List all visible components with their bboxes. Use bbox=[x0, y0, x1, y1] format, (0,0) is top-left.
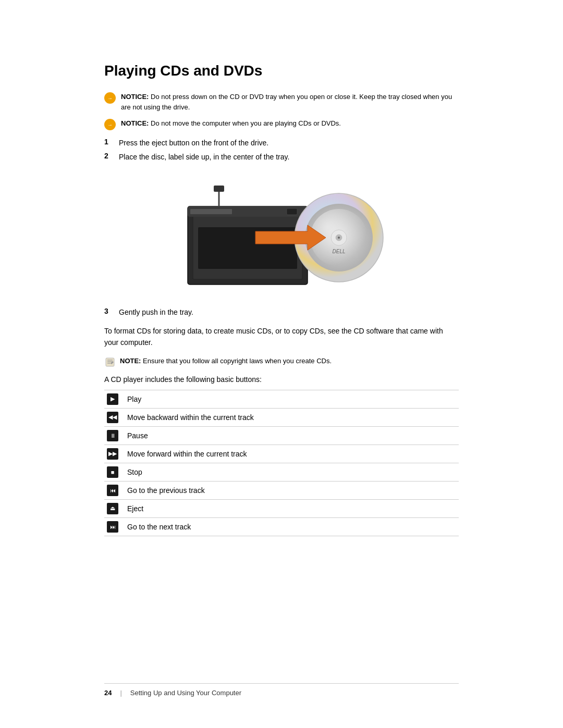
step-3-text: Gently push in the tray. bbox=[119, 307, 193, 318]
button-icon-cell: ⏮ bbox=[104, 481, 125, 499]
svg-point-15 bbox=[338, 237, 340, 239]
notice-bold-1: NOTICE: bbox=[121, 93, 149, 101]
button-icon: ▶ bbox=[107, 393, 118, 405]
button-label: Go to the previous track bbox=[125, 481, 459, 499]
table-row: ⏭Go to the next track bbox=[104, 517, 459, 536]
button-label: Pause bbox=[125, 426, 459, 445]
button-icon: ⏭ bbox=[107, 521, 118, 533]
table-row: ⏏Eject bbox=[104, 499, 459, 517]
button-label: Stop bbox=[125, 463, 459, 481]
page-title: Playing CDs and DVDs bbox=[104, 63, 459, 79]
note-icon bbox=[104, 356, 116, 368]
button-icon: ⏮ bbox=[107, 485, 118, 496]
svg-text:DELL: DELL bbox=[332, 249, 345, 254]
page-container: Playing CDs and DVDs → NOTICE: Do not pr… bbox=[0, 0, 563, 728]
note-text: NOTE: Ensure that you follow all copyrig… bbox=[120, 356, 332, 366]
table-row: ⏮Go to the previous track bbox=[104, 481, 459, 499]
footer-page-num: 24 bbox=[104, 689, 112, 697]
step-3-num: 3 bbox=[104, 307, 119, 315]
table-row: ■Stop bbox=[104, 463, 459, 481]
notice-text-2: NOTICE: Do not move the computer when yo… bbox=[121, 118, 341, 129]
svg-rect-8 bbox=[190, 209, 232, 214]
step-2-text: Place the disc, label side up, in the ce… bbox=[119, 152, 289, 163]
step-3: 3 Gently push in the tray. bbox=[104, 307, 459, 318]
steps-list: 1 Press the eject button on the front of… bbox=[104, 138, 459, 163]
notice-icon-1: → bbox=[104, 92, 116, 104]
button-label: Go to the next track bbox=[125, 517, 459, 536]
step-1-text: Press the eject button on the front of t… bbox=[119, 138, 268, 149]
button-icon: ⏏ bbox=[107, 503, 118, 514]
table-row: ▶▶Move forward within the current track bbox=[104, 445, 459, 463]
footer-section: Setting Up and Using Your Computer bbox=[130, 689, 241, 697]
note-body: Ensure that you follow all copyright law… bbox=[141, 357, 332, 365]
step-2-num: 2 bbox=[104, 152, 119, 160]
table-row: ⏸Pause bbox=[104, 426, 459, 445]
step-1-num: 1 bbox=[104, 138, 119, 146]
svg-rect-19 bbox=[214, 186, 224, 192]
cd-illustration: DELL bbox=[172, 175, 391, 295]
button-icon-cell: ⏏ bbox=[104, 499, 125, 517]
button-label: Move forward within the current track bbox=[125, 445, 459, 463]
button-icon-cell: ⏭ bbox=[104, 517, 125, 536]
notice-block-1: → NOTICE: Do not press down on the CD or… bbox=[104, 92, 459, 112]
button-icon: ⏸ bbox=[107, 430, 118, 441]
footer-sep: | bbox=[120, 689, 121, 697]
button-icon-cell: ▶▶ bbox=[104, 445, 125, 463]
button-icon-cell: ⏸ bbox=[104, 426, 125, 445]
paragraph-1: To format CDs for storing data, to creat… bbox=[104, 325, 459, 349]
note-bold: NOTE: bbox=[120, 357, 141, 365]
button-icon: ■ bbox=[107, 466, 118, 478]
step3-list: 3 Gently push in the tray. bbox=[104, 307, 459, 318]
svg-text:→: → bbox=[107, 122, 113, 128]
button-icon-cell: ◀◀ bbox=[104, 408, 125, 426]
notice-icon-2: → bbox=[104, 119, 116, 130]
button-label: Play bbox=[125, 390, 459, 408]
step-2: 2 Place the disc, label side up, in the … bbox=[104, 152, 459, 163]
buttons-intro: A CD player includes the following basic… bbox=[104, 375, 459, 384]
notice-body-2: Do not move the computer when you are pl… bbox=[149, 119, 341, 127]
notice-text-1: NOTICE: Do not press down on the CD or D… bbox=[121, 92, 459, 112]
button-icon-cell: ▶ bbox=[104, 390, 125, 408]
button-label: Move backward within the current track bbox=[125, 408, 459, 426]
button-icon: ◀◀ bbox=[107, 412, 118, 423]
button-icon-cell: ■ bbox=[104, 463, 125, 481]
svg-rect-9 bbox=[287, 208, 297, 215]
svg-text:→: → bbox=[107, 95, 113, 101]
table-row: ◀◀Move backward within the current track bbox=[104, 408, 459, 426]
cd-image-container: DELL bbox=[104, 175, 459, 297]
button-icon: ▶▶ bbox=[107, 448, 118, 460]
table-row: ▶Play bbox=[104, 390, 459, 408]
button-label: Eject bbox=[125, 499, 459, 517]
footer-bar: 24 | Setting Up and Using Your Computer bbox=[104, 683, 459, 697]
step-1: 1 Press the eject button on the front of… bbox=[104, 138, 459, 149]
notice-bold-2: NOTICE: bbox=[121, 119, 149, 127]
buttons-table: ▶Play◀◀Move backward within the current … bbox=[104, 390, 459, 536]
notice-body-1: Do not press down on the CD or DVD tray … bbox=[121, 93, 452, 111]
note-block: NOTE: Ensure that you follow all copyrig… bbox=[104, 356, 459, 368]
notice-block-2: → NOTICE: Do not move the computer when … bbox=[104, 118, 459, 130]
